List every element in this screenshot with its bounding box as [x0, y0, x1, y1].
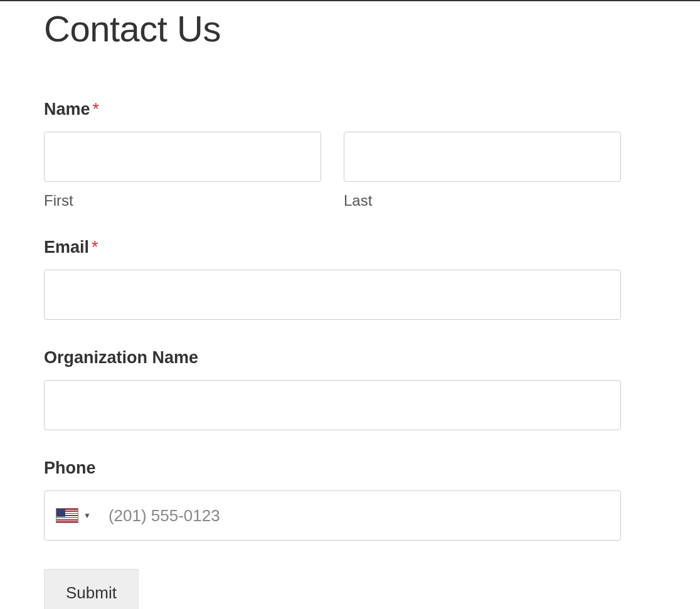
- name-label-text: Name: [44, 100, 90, 119]
- email-field-group: Email*: [44, 238, 621, 320]
- organization-label: Organization Name: [44, 348, 621, 368]
- phone-field-group: Phone ▼: [44, 458, 621, 541]
- country-code-selector[interactable]: ▼: [56, 508, 102, 523]
- email-input[interactable]: [44, 270, 621, 320]
- email-label-text: Email: [44, 238, 89, 257]
- phone-label: Phone: [44, 458, 621, 478]
- us-flag-icon: [56, 508, 78, 523]
- caret-down-icon: ▼: [83, 511, 91, 520]
- required-asterisk: *: [93, 100, 100, 119]
- last-name-input[interactable]: [344, 132, 621, 182]
- page-title: Contact Us: [44, 8, 621, 50]
- phone-input[interactable]: [102, 492, 620, 539]
- required-asterisk: *: [92, 238, 98, 257]
- first-name-sublabel: First: [44, 192, 321, 209]
- email-label: Email*: [44, 238, 621, 257]
- last-name-sublabel: Last: [344, 192, 621, 209]
- organization-field-group: Organization Name: [44, 348, 621, 430]
- first-name-input[interactable]: [44, 132, 321, 182]
- name-field-group: Name* First Last: [44, 100, 621, 209]
- organization-input[interactable]: [44, 380, 621, 430]
- phone-input-wrapper: ▼: [44, 490, 621, 541]
- submit-button[interactable]: Submit: [44, 569, 139, 609]
- name-label: Name*: [44, 100, 621, 119]
